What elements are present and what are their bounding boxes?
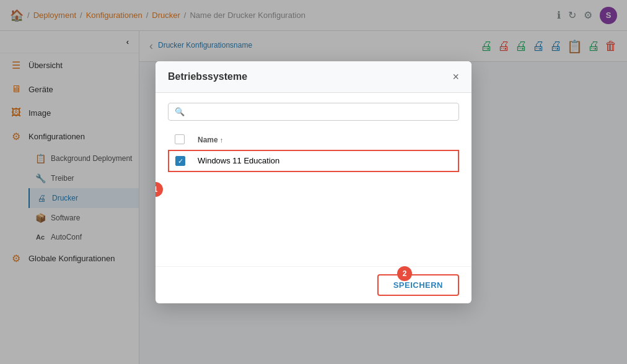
save-button[interactable]: SPEICHERN bbox=[377, 274, 459, 296]
col-header-name: Name bbox=[191, 131, 458, 150]
row-name-cell: Windows 11 Education bbox=[191, 150, 458, 172]
step-badge-2: 2 bbox=[397, 266, 412, 281]
search-box[interactable]: 🔍 bbox=[168, 103, 459, 121]
modal-close-button[interactable]: × bbox=[452, 71, 459, 82]
row-checkbox-win11edu[interactable] bbox=[175, 156, 185, 166]
modal-body: 🔍 Name bbox=[156, 93, 471, 266]
table-row[interactable]: Windows 11 Education bbox=[169, 150, 458, 172]
modal-betriebssysteme: 1 Betriebssysteme × 🔍 Name bbox=[156, 61, 471, 303]
modal-footer: 2 SPEICHERN bbox=[156, 266, 471, 303]
search-icon: 🔍 bbox=[175, 107, 185, 116]
row-check-cell bbox=[169, 150, 191, 172]
col-header-check bbox=[169, 131, 191, 150]
name-sort-button[interactable]: Name bbox=[198, 136, 223, 144]
modal-title: Betriebssysteme bbox=[168, 71, 247, 82]
select-all-checkbox[interactable] bbox=[175, 134, 185, 144]
os-table: Name Windows 11 Education bbox=[168, 131, 459, 173]
modal-overlay: 1 Betriebssysteme × 🔍 Name bbox=[0, 0, 627, 364]
search-input[interactable] bbox=[190, 107, 452, 116]
modal-header: Betriebssysteme × bbox=[156, 61, 471, 93]
